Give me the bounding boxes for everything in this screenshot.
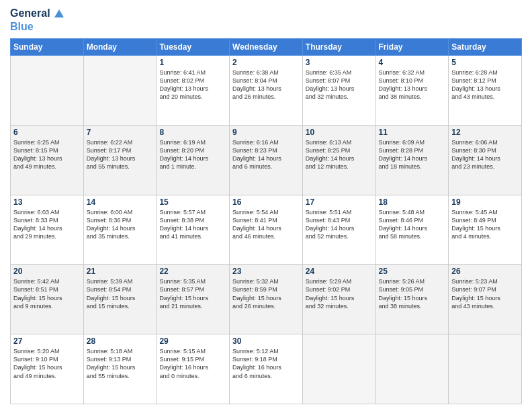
day-info: Sunrise: 5:26 AM Sunset: 9:05 PM Dayligh… bbox=[379, 277, 446, 310]
day-info: Sunrise: 5:23 AM Sunset: 9:07 PM Dayligh… bbox=[451, 277, 519, 310]
calendar-cell: 26Sunrise: 5:23 AM Sunset: 9:07 PM Dayli… bbox=[449, 265, 522, 334]
day-info: Sunrise: 5:20 AM Sunset: 9:10 PM Dayligh… bbox=[13, 347, 81, 380]
day-info: Sunrise: 5:15 AM Sunset: 9:15 PM Dayligh… bbox=[159, 347, 226, 380]
calendar-cell: 2Sunrise: 6:38 AM Sunset: 8:04 PM Daylig… bbox=[230, 55, 303, 125]
day-info: Sunrise: 6:16 AM Sunset: 8:23 PM Dayligh… bbox=[232, 138, 300, 171]
calendar-cell: 17Sunrise: 5:51 AM Sunset: 8:43 PM Dayli… bbox=[302, 195, 375, 265]
day-number: 9 bbox=[232, 128, 300, 137]
day-number: 2 bbox=[232, 58, 300, 67]
day-info: Sunrise: 5:12 AM Sunset: 9:18 PM Dayligh… bbox=[232, 347, 300, 380]
day-of-week-header: Monday bbox=[83, 38, 157, 55]
calendar-cell: 7Sunrise: 6:22 AM Sunset: 8:17 PM Daylig… bbox=[83, 125, 157, 195]
day-number: 18 bbox=[379, 197, 446, 207]
day-info: Sunrise: 5:32 AM Sunset: 8:59 PM Dayligh… bbox=[232, 277, 300, 310]
calendar-cell: 10Sunrise: 6:13 AM Sunset: 8:25 PM Dayli… bbox=[302, 125, 375, 195]
day-of-week-header: Friday bbox=[375, 38, 449, 55]
day-info: Sunrise: 6:32 AM Sunset: 8:10 PM Dayligh… bbox=[379, 68, 446, 101]
day-info: Sunrise: 6:22 AM Sunset: 8:17 PM Dayligh… bbox=[87, 138, 154, 171]
calendar-week-row: 20Sunrise: 5:42 AM Sunset: 8:51 PM Dayli… bbox=[11, 265, 522, 334]
day-number: 13 bbox=[13, 197, 81, 207]
day-number: 27 bbox=[13, 336, 81, 346]
calendar-cell: 15Sunrise: 5:57 AM Sunset: 8:38 PM Dayli… bbox=[157, 195, 230, 265]
header: General Blue bbox=[10, 7, 522, 33]
calendar-cell bbox=[449, 334, 522, 404]
day-info: Sunrise: 5:48 AM Sunset: 8:46 PM Dayligh… bbox=[379, 208, 446, 241]
calendar-week-row: 1Sunrise: 6:41 AM Sunset: 8:02 PM Daylig… bbox=[11, 55, 522, 125]
day-number: 11 bbox=[379, 128, 446, 137]
calendar-header-row: SundayMondayTuesdayWednesdayThursdayFrid… bbox=[11, 38, 522, 55]
day-info: Sunrise: 5:35 AM Sunset: 8:57 PM Dayligh… bbox=[159, 277, 226, 310]
day-number: 23 bbox=[232, 267, 300, 276]
calendar-cell: 1Sunrise: 6:41 AM Sunset: 8:02 PM Daylig… bbox=[157, 55, 230, 125]
day-number: 10 bbox=[306, 128, 373, 137]
day-info: Sunrise: 5:18 AM Sunset: 9:13 PM Dayligh… bbox=[87, 347, 154, 380]
calendar-cell bbox=[11, 55, 84, 125]
calendar-week-row: 27Sunrise: 5:20 AM Sunset: 9:10 PM Dayli… bbox=[11, 334, 522, 404]
day-info: Sunrise: 5:57 AM Sunset: 8:38 PM Dayligh… bbox=[159, 208, 226, 241]
calendar-cell: 25Sunrise: 5:26 AM Sunset: 9:05 PM Dayli… bbox=[375, 265, 449, 334]
day-info: Sunrise: 6:09 AM Sunset: 8:28 PM Dayligh… bbox=[379, 138, 446, 171]
day-number: 3 bbox=[306, 58, 373, 67]
svg-marker-0 bbox=[54, 9, 64, 17]
calendar-cell bbox=[302, 334, 375, 404]
day-number: 24 bbox=[306, 267, 373, 276]
day-number: 21 bbox=[87, 267, 154, 276]
calendar-cell: 12Sunrise: 6:06 AM Sunset: 8:30 PM Dayli… bbox=[449, 125, 522, 195]
calendar-cell bbox=[375, 334, 449, 404]
calendar-cell: 5Sunrise: 6:28 AM Sunset: 8:12 PM Daylig… bbox=[449, 55, 522, 125]
day-info: Sunrise: 6:00 AM Sunset: 8:36 PM Dayligh… bbox=[87, 208, 154, 241]
day-number: 25 bbox=[379, 267, 446, 276]
logo-icon bbox=[53, 8, 65, 20]
calendar-cell: 16Sunrise: 5:54 AM Sunset: 8:41 PM Dayli… bbox=[230, 195, 303, 265]
day-number: 6 bbox=[13, 128, 81, 137]
day-number: 19 bbox=[451, 197, 519, 207]
calendar-week-row: 13Sunrise: 6:03 AM Sunset: 8:33 PM Dayli… bbox=[11, 195, 522, 265]
day-info: Sunrise: 5:29 AM Sunset: 9:02 PM Dayligh… bbox=[306, 277, 373, 310]
day-number: 26 bbox=[451, 267, 519, 276]
day-info: Sunrise: 6:35 AM Sunset: 8:07 PM Dayligh… bbox=[306, 68, 373, 101]
day-info: Sunrise: 6:13 AM Sunset: 8:25 PM Dayligh… bbox=[306, 138, 373, 171]
day-number: 12 bbox=[451, 128, 519, 137]
calendar-week-row: 6Sunrise: 6:25 AM Sunset: 8:15 PM Daylig… bbox=[11, 125, 522, 195]
calendar-cell: 23Sunrise: 5:32 AM Sunset: 8:59 PM Dayli… bbox=[230, 265, 303, 334]
day-of-week-header: Sunday bbox=[11, 38, 84, 55]
calendar-cell: 3Sunrise: 6:35 AM Sunset: 8:07 PM Daylig… bbox=[302, 55, 375, 125]
calendar-cell: 27Sunrise: 5:20 AM Sunset: 9:10 PM Dayli… bbox=[11, 334, 84, 404]
day-number: 28 bbox=[87, 336, 154, 346]
calendar-cell: 30Sunrise: 5:12 AM Sunset: 9:18 PM Dayli… bbox=[230, 334, 303, 404]
day-number: 29 bbox=[159, 336, 226, 346]
calendar-cell: 18Sunrise: 5:48 AM Sunset: 8:46 PM Dayli… bbox=[375, 195, 449, 265]
day-info: Sunrise: 5:54 AM Sunset: 8:41 PM Dayligh… bbox=[232, 208, 300, 241]
day-info: Sunrise: 6:25 AM Sunset: 8:15 PM Dayligh… bbox=[13, 138, 81, 171]
calendar-cell: 6Sunrise: 6:25 AM Sunset: 8:15 PM Daylig… bbox=[11, 125, 84, 195]
day-info: Sunrise: 6:41 AM Sunset: 8:02 PM Dayligh… bbox=[159, 68, 226, 101]
calendar-cell: 29Sunrise: 5:15 AM Sunset: 9:15 PM Dayli… bbox=[157, 334, 230, 404]
day-number: 8 bbox=[159, 128, 226, 137]
calendar-cell: 4Sunrise: 6:32 AM Sunset: 8:10 PM Daylig… bbox=[375, 55, 449, 125]
day-number: 15 bbox=[159, 197, 226, 207]
logo: General Blue bbox=[10, 7, 65, 33]
day-number: 5 bbox=[451, 58, 519, 67]
day-info: Sunrise: 6:38 AM Sunset: 8:04 PM Dayligh… bbox=[232, 68, 300, 101]
day-info: Sunrise: 5:39 AM Sunset: 8:54 PM Dayligh… bbox=[87, 277, 154, 310]
day-number: 14 bbox=[87, 197, 154, 207]
calendar-table: SundayMondayTuesdayWednesdayThursdayFrid… bbox=[10, 38, 522, 404]
day-of-week-header: Tuesday bbox=[157, 38, 230, 55]
day-number: 1 bbox=[159, 58, 226, 67]
calendar-cell: 8Sunrise: 6:19 AM Sunset: 8:20 PM Daylig… bbox=[157, 125, 230, 195]
day-info: Sunrise: 5:42 AM Sunset: 8:51 PM Dayligh… bbox=[13, 277, 81, 310]
calendar-cell: 28Sunrise: 5:18 AM Sunset: 9:13 PM Dayli… bbox=[83, 334, 157, 404]
day-number: 30 bbox=[232, 336, 300, 346]
calendar-cell: 9Sunrise: 6:16 AM Sunset: 8:23 PM Daylig… bbox=[230, 125, 303, 195]
day-info: Sunrise: 6:28 AM Sunset: 8:12 PM Dayligh… bbox=[451, 68, 519, 101]
day-number: 7 bbox=[87, 128, 154, 137]
calendar-cell: 11Sunrise: 6:09 AM Sunset: 8:28 PM Dayli… bbox=[375, 125, 449, 195]
day-number: 22 bbox=[159, 267, 226, 276]
day-info: Sunrise: 6:03 AM Sunset: 8:33 PM Dayligh… bbox=[13, 208, 81, 241]
page: General Blue SundayMondayTuesdayWednesda… bbox=[0, 0, 532, 411]
day-of-week-header: Saturday bbox=[449, 38, 522, 55]
logo-text: General bbox=[10, 7, 65, 20]
day-info: Sunrise: 6:06 AM Sunset: 8:30 PM Dayligh… bbox=[451, 138, 519, 171]
calendar-cell: 14Sunrise: 6:00 AM Sunset: 8:36 PM Dayli… bbox=[83, 195, 157, 265]
day-number: 17 bbox=[306, 197, 373, 207]
